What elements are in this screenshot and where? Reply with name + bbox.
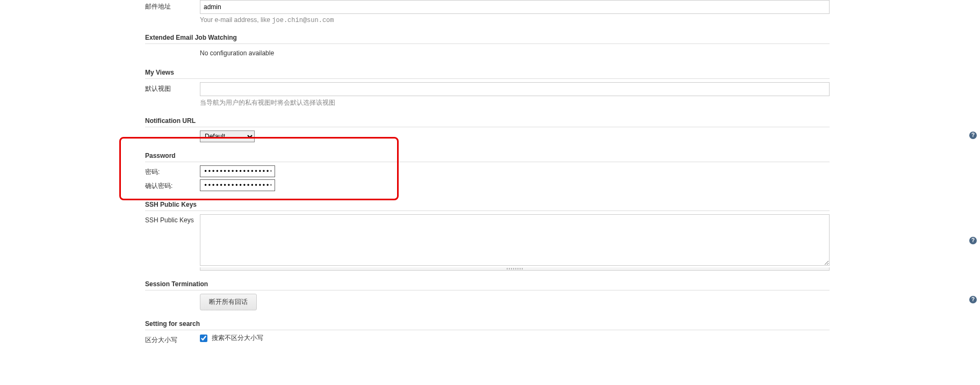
email-help-code: joe.chin@sun.com bbox=[272, 17, 334, 24]
notification-url-select[interactable]: Default bbox=[200, 130, 255, 142]
password-label: 密码: bbox=[145, 165, 200, 177]
ssh-textarea[interactable] bbox=[200, 214, 830, 266]
ssh-label: SSH Public Keys bbox=[145, 214, 200, 224]
extended-email-header: Extended Email Job Watching bbox=[145, 30, 830, 44]
email-help-pre: Your e-mail address, like bbox=[200, 16, 272, 24]
default-view-input[interactable] bbox=[200, 82, 830, 96]
help-icon[interactable]: ? bbox=[969, 132, 977, 139]
my-views-header: My Views bbox=[145, 64, 830, 79]
email-label: 邮件地址 bbox=[145, 0, 200, 11]
session-header: Session Termination bbox=[145, 276, 830, 290]
password-input[interactable] bbox=[200, 165, 275, 177]
help-icon[interactable]: ? bbox=[969, 237, 977, 244]
case-insensitive-checkbox-label[interactable]: 搜索不区分大小写 bbox=[212, 333, 263, 343]
default-view-label: 默认视图 bbox=[145, 82, 200, 93]
default-view-help: 当导航为用户的私有视图时将会默认选择该视图 bbox=[200, 98, 830, 107]
case-insensitive-checkbox[interactable] bbox=[200, 335, 207, 342]
notification-url-header: Notification URL bbox=[145, 113, 830, 127]
email-help: Your e-mail address, like joe.chin@sun.c… bbox=[200, 16, 830, 24]
case-sensitive-label: 区分大小写 bbox=[145, 333, 200, 345]
confirm-password-input[interactable] bbox=[200, 179, 275, 191]
search-header: Setting for search bbox=[145, 316, 830, 330]
ssh-header: SSH Public Keys bbox=[145, 197, 830, 211]
no-config-text: No configuration available bbox=[200, 47, 830, 59]
password-header: Password bbox=[145, 148, 830, 162]
terminate-sessions-button[interactable]: 断开所有回话 bbox=[200, 294, 257, 310]
resize-handle[interactable] bbox=[200, 267, 830, 271]
help-icon[interactable]: ? bbox=[969, 296, 977, 303]
confirm-password-label: 确认密码: bbox=[145, 179, 200, 191]
email-input[interactable] bbox=[200, 0, 830, 14]
